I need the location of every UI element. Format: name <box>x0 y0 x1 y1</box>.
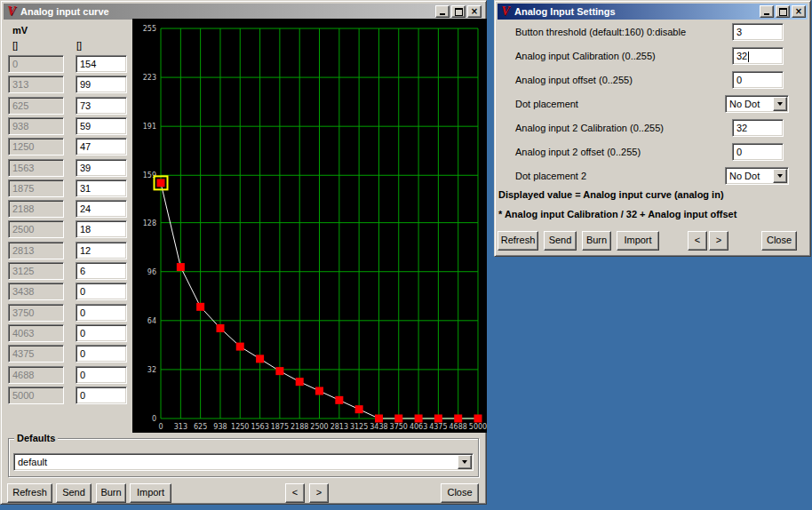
button-threshold-value: 3 <box>736 27 742 37</box>
value-cell[interactable]: 73 <box>76 97 127 115</box>
mv-cell: 0 <box>8 55 64 73</box>
value-cell[interactable]: 47 <box>76 138 127 155</box>
y-tick-label: 64 <box>147 317 156 325</box>
data-point-marker[interactable] <box>335 396 343 404</box>
analog-input-2-offset-input[interactable]: 0 <box>732 143 784 161</box>
data-point-marker[interactable] <box>375 415 383 423</box>
value-cell[interactable]: 12 <box>76 242 127 259</box>
close-action-button[interactable]: Close <box>441 483 479 503</box>
mv-cell: 2188 <box>8 200 64 218</box>
data-point-marker[interactable] <box>474 415 482 423</box>
maximize-button[interactable] <box>451 5 466 18</box>
value-cell[interactable]: 0 <box>76 386 127 404</box>
data-point-marker[interactable] <box>275 367 283 375</box>
data-point-marker[interactable] <box>296 378 304 386</box>
analog-input-calibration-label: Analog input Calibration (0..255) <box>515 51 656 62</box>
close-button[interactable]: × <box>467 5 482 18</box>
arrow-down-glyph <box>462 460 467 464</box>
dot-placement-combobox[interactable]: No Dot <box>725 95 789 113</box>
send-button[interactable]: Send <box>544 231 577 251</box>
value-cell[interactable]: 6 <box>76 262 127 280</box>
burn-button[interactable]: Burn <box>582 231 611 251</box>
dot-placement-value: No Dot <box>729 99 760 109</box>
data-point-marker[interactable] <box>415 415 423 423</box>
settings-window-title: Analog Input Settings <box>514 6 616 17</box>
dot-placement-label: Dot placement <box>515 99 578 110</box>
import-button[interactable]: Import <box>130 483 171 503</box>
burn-button[interactable]: Burn <box>96 483 126 503</box>
next-button[interactable]: > <box>709 231 728 251</box>
data-point-marker[interactable] <box>177 263 185 271</box>
value-cell[interactable]: 18 <box>76 220 127 238</box>
y-tick-label: 223 <box>143 74 156 82</box>
col-header-value: [] <box>76 40 82 52</box>
value-cell[interactable]: 154 <box>76 55 127 73</box>
chevron-down-icon[interactable] <box>773 97 787 111</box>
data-point-marker[interactable] <box>256 355 264 363</box>
minimize-button[interactable] <box>760 5 774 18</box>
button-threshold-label: Button threshold (default:160) 0:disable <box>515 27 686 38</box>
import-button[interactable]: Import <box>617 231 659 251</box>
app-logo-icon: V <box>499 5 512 18</box>
maximize-button[interactable] <box>776 5 790 18</box>
data-point-marker[interactable] <box>236 343 244 351</box>
analog-input-offset-input[interactable]: 0 <box>732 71 784 89</box>
value-cell[interactable]: 0 <box>76 304 127 322</box>
analog-input-2-calibration-input[interactable]: 32 <box>732 119 784 137</box>
analog-input-calibration-input[interactable]: 32 <box>732 47 784 65</box>
calibration-formula-note: * Analog input Calibration / 32 + Analog… <box>498 209 736 220</box>
arrow-down-glyph <box>777 102 783 106</box>
x-tick-label: 1563 <box>251 423 268 431</box>
mv-cell: 4063 <box>8 324 64 342</box>
chevron-down-icon[interactable] <box>458 455 472 469</box>
value-cell[interactable]: 0 <box>76 324 127 342</box>
value-cell[interactable]: 0 <box>76 283 127 300</box>
x-tick-label: 0 <box>158 423 163 431</box>
value-cell[interactable]: 24 <box>76 200 127 218</box>
x-tick-label: 1250 <box>231 423 249 431</box>
desktop: { "desktop": {"background_color": "#3A6E… <box>0 0 812 510</box>
button-threshold-input[interactable]: 3 <box>732 23 784 41</box>
minimize-button[interactable] <box>435 5 450 18</box>
displayed-value-note: Displayed value = Analog input curve (an… <box>498 189 724 201</box>
value-cell[interactable]: 59 <box>76 117 127 135</box>
value-cell[interactable]: 99 <box>76 76 127 93</box>
value-cell[interactable]: 39 <box>76 159 127 177</box>
refresh-button[interactable]: Refresh <box>498 231 538 251</box>
send-button[interactable]: Send <box>56 483 92 503</box>
analog-input-2-calibration-label: Analog input 2 Calibration (0..255) <box>515 123 664 134</box>
dot-placement-2-combobox[interactable]: No Dot <box>725 167 789 185</box>
curve-window-titlebar[interactable]: V Analog input curve × <box>4 4 483 20</box>
close-button[interactable]: × <box>792 5 806 18</box>
y-tick-label: 96 <box>147 268 156 276</box>
prev-button[interactable]: < <box>285 483 305 503</box>
next-button[interactable]: > <box>309 483 329 503</box>
data-point-marker[interactable] <box>216 324 224 332</box>
data-point-marker[interactable] <box>355 405 363 413</box>
arrow-down-glyph <box>777 174 783 178</box>
value-cell[interactable]: 31 <box>76 179 127 197</box>
minimize-icon <box>440 13 445 15</box>
value-cell[interactable]: 0 <box>76 345 127 363</box>
close-action-button[interactable]: Close <box>761 231 797 251</box>
analog-input-2-offset-value: 0 <box>736 147 742 157</box>
settings-window-titlebar[interactable]: V Analog Input Settings × <box>498 4 808 20</box>
defaults-combobox[interactable]: default <box>13 453 474 471</box>
mv-cell: 1563 <box>8 159 64 177</box>
data-point-marker[interactable] <box>157 179 165 187</box>
chevron-down-icon[interactable] <box>773 169 787 183</box>
x-tick-label: 3125 <box>350 423 368 431</box>
data-point-marker[interactable] <box>315 387 323 395</box>
analog-input-2-calibration-value: 32 <box>736 123 747 133</box>
maximize-icon <box>779 8 787 16</box>
prev-button[interactable]: < <box>688 231 707 251</box>
data-point-marker[interactable] <box>394 415 402 423</box>
curve-chart[interactable]: 0326496128159191223255031362593812501563… <box>132 19 487 433</box>
refresh-button[interactable]: Refresh <box>7 483 52 503</box>
data-point-marker[interactable] <box>434 415 442 423</box>
data-point-marker[interactable] <box>454 415 462 423</box>
value-cell[interactable]: 0 <box>76 366 127 384</box>
unit-label: mV <box>12 25 28 36</box>
analog-input-offset-value: 0 <box>736 75 742 85</box>
data-point-marker[interactable] <box>196 303 204 311</box>
